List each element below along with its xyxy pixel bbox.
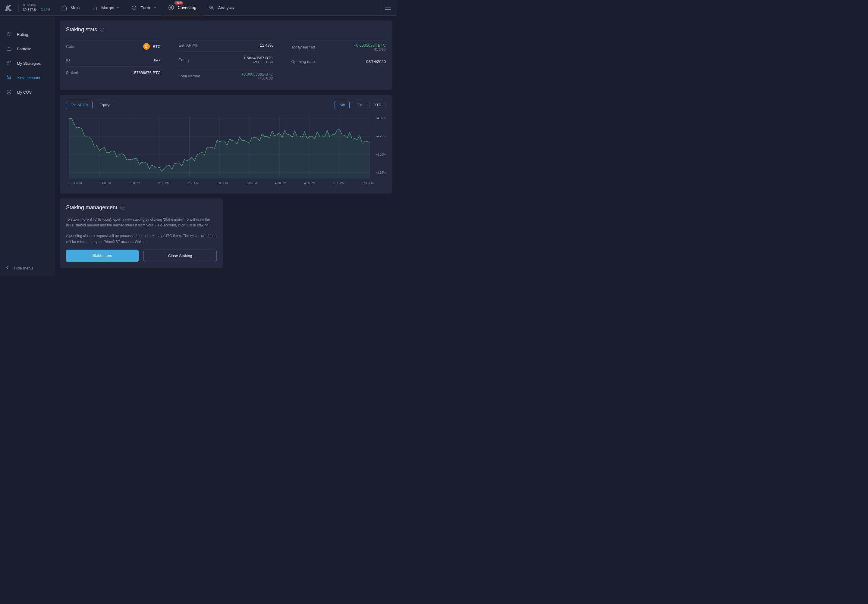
nav-label: Covesting <box>178 5 196 10</box>
pill-30d[interactable]: 30d <box>352 101 367 109</box>
nav-analysis[interactable]: Analysis <box>202 0 240 15</box>
stat-value: +0.00653692 BTC <box>241 72 273 76</box>
stat-value: +0.00050284 BTC <box>354 43 386 48</box>
nav-covesting[interactable]: HOT! Covesting <box>162 0 202 15</box>
strategy-icon <box>6 60 12 66</box>
card-header: Staking management i <box>66 204 217 211</box>
stat-value: 1.58340567 BTC <box>243 56 273 60</box>
stat-label: Total earned <box>179 74 200 78</box>
bars-icon <box>91 5 98 11</box>
x-axis-labels: 12:30 PM1:00 PM1:30 PM2:00 PM2:30 PM3:00… <box>66 180 386 185</box>
card-title: Staking stats <box>66 26 97 33</box>
info-icon[interactable]: i <box>120 205 124 210</box>
svg-point-7 <box>7 76 8 76</box>
stat-staked: Staked 1.57686875 BTC <box>66 66 161 79</box>
logo[interactable] <box>0 5 19 11</box>
turbo-icon <box>131 5 138 11</box>
nav-label: Main <box>71 5 79 10</box>
sidebar-item-yield[interactable]: Yield account <box>0 71 55 85</box>
btc-icon: ₿ <box>143 43 150 50</box>
stat-apy: Est. APY% 11.48% <box>179 39 273 51</box>
pill-ytd[interactable]: YTD <box>369 101 386 109</box>
stat-equity: Equity 1.58340567 BTC ≈98,962 USD <box>179 51 273 68</box>
pill-equity[interactable]: Equity <box>95 101 114 109</box>
stat-coin: Coin ₿ BTC <box>66 39 161 54</box>
stake-more-button[interactable]: Stake more <box>66 250 139 262</box>
range-selector: 24h 30d YTD <box>335 101 386 109</box>
pill-apy[interactable]: Est. APY% <box>66 101 93 109</box>
staking-stats-card: Staking stats i Coin ₿ BTC ID 847 <box>60 20 392 90</box>
stat-total-earned: Total earned +0.00653692 BTC ≈408 USD <box>179 68 273 84</box>
info-icon[interactable]: i <box>100 28 104 32</box>
stat-label: Equity <box>179 57 189 62</box>
mgmt-paragraph: To stake more BTC (Bitcoin), open a new … <box>66 217 217 228</box>
mgmt-paragraph: A pending closure request will be proces… <box>66 233 217 244</box>
stat-label: Est. APY% <box>179 43 198 48</box>
sidebar: Rating Portfolio My Strategies Yield acc… <box>0 15 55 276</box>
nav-turbo[interactable]: Turbo ▾ <box>125 0 162 15</box>
sidebar-item-label: Portfolio <box>17 47 31 51</box>
y-axis-labels: +4.50%+4.25%+4.00%+3.75% <box>375 112 386 179</box>
stat-label: Coin <box>66 44 74 49</box>
ticker-change: +3.12% <box>39 8 50 11</box>
metric-selector: Est. APY% Equity <box>66 101 114 109</box>
chart-card: Est. APY% Equity 24h 30d YTD +4.50%+4.25… <box>60 95 392 194</box>
stat-label: Today earned <box>291 45 315 49</box>
pill-24h[interactable]: 24h <box>335 101 350 109</box>
stat-sub: ≈98,962 USD <box>243 60 273 64</box>
nav-label: Turbo <box>141 5 151 10</box>
close-staking-button[interactable]: Close Staking <box>143 250 217 262</box>
svg-point-4 <box>8 32 9 34</box>
header: BTC/USD 39,347.84 +3.12% Main Margin ▾ T… <box>0 0 397 15</box>
sidebar-item-label: My COV <box>17 90 32 94</box>
yield-icon <box>6 75 12 81</box>
stat-label: Staked <box>66 71 78 75</box>
staking-management-card: Staking management i To stake more BTC (… <box>60 198 223 268</box>
svg-point-6 <box>8 62 9 63</box>
ticker-pair: BTC/USD <box>23 3 50 7</box>
chart-plot <box>66 112 386 179</box>
sidebar-item-label: Yield account <box>17 76 40 80</box>
sidebar-item-strategies[interactable]: My Strategies <box>0 56 55 71</box>
stat-sub: ≈408 USD <box>241 76 273 80</box>
sidebar-item-cov[interactable]: My COV <box>0 85 55 99</box>
cov-icon <box>6 89 12 95</box>
stat-opening-date: Opening date 03/14/2020 <box>291 55 386 68</box>
target-icon <box>168 4 175 11</box>
stat-label: Opening date <box>291 59 315 64</box>
main-nav: Main Margin ▾ Turbo ▾ HOT! Covesting Ana… <box>55 0 240 15</box>
sidebar-item-portfolio[interactable]: Portfolio <box>0 42 55 56</box>
chart-area: +4.50%+4.25%+4.00%+3.75% 12:30 PM1:00 PM… <box>66 112 386 188</box>
svg-rect-5 <box>7 48 11 51</box>
stat-value: 11.48% <box>260 43 273 48</box>
rating-icon <box>6 31 12 37</box>
sidebar-item-label: Rating <box>17 32 28 37</box>
ticker-price: 39,347.84 <box>23 8 38 11</box>
hamburger-menu[interactable] <box>379 0 397 15</box>
home-icon <box>61 5 68 11</box>
hide-menu-button[interactable]: Hide menu <box>0 260 55 276</box>
stat-value: BTC <box>153 44 161 49</box>
stat-today-earned: Today earned +0.00050284 BTC ≈31 USD <box>291 39 386 55</box>
sidebar-item-label: My Strategies <box>17 61 41 66</box>
sidebar-item-rating[interactable]: Rating <box>0 27 55 42</box>
briefcase-icon <box>6 46 12 52</box>
stat-sub: ≈31 USD <box>354 48 386 51</box>
stat-id: ID 847 <box>66 54 161 66</box>
hot-badge: HOT! <box>175 1 183 5</box>
nav-main[interactable]: Main <box>55 0 85 15</box>
chevron-down-icon: ▾ <box>154 6 156 9</box>
stat-label: ID <box>66 58 70 62</box>
ticker[interactable]: BTC/USD 39,347.84 +3.12% <box>19 3 55 12</box>
stat-value: 847 <box>154 58 161 62</box>
stat-value: 1.57686875 BTC <box>131 71 160 75</box>
chevron-left-icon <box>6 266 9 270</box>
card-header: Staking stats i <box>66 26 386 33</box>
nav-label: Margin <box>101 5 114 10</box>
chevron-down-icon: ▾ <box>117 6 119 9</box>
stat-value: 03/14/2020 <box>366 59 386 64</box>
nav-margin[interactable]: Margin ▾ <box>85 0 125 15</box>
hide-menu-label: Hide menu <box>14 266 33 270</box>
card-title: Staking management <box>66 204 117 211</box>
main-content: Staking stats i Coin ₿ BTC ID 847 <box>55 15 397 276</box>
